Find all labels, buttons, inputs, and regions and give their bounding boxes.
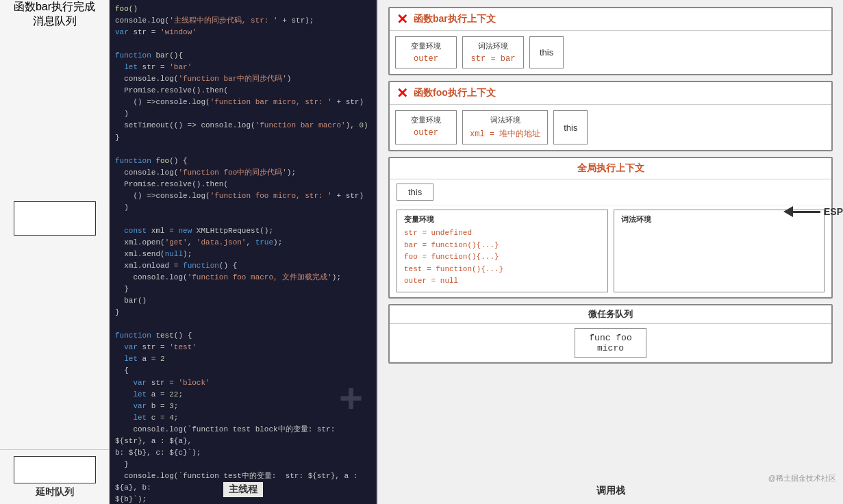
foo-context-card: ✕ 函数foo执行上下文 变量环境 outer 词法环境 xml = 堆中的地址… — [388, 81, 833, 151]
esp-container: ESP — [783, 206, 843, 217]
message-queue-panel: 函数bar执行完成 消息队列 — [0, 0, 110, 504]
bar-close-icon: ✕ — [397, 12, 408, 26]
bar-context-card: ✕ 函数bar执行上下文 变量环境 outer 词法环境 str = bar t… — [388, 7, 833, 75]
esp-arrow-body — [793, 211, 820, 213]
esp-arrow-head — [783, 206, 793, 217]
global-var-env-value: str = undefinedbar = function(){...}foo … — [404, 227, 601, 288]
microtask-header: 微任务队列 — [390, 305, 831, 324]
global-context-title: 全局执行上下文 — [390, 158, 831, 179]
foo-lex-env-value: xml = 堆中的地址 — [470, 128, 540, 140]
microtask-section: 微任务队列 func foomicro — [388, 304, 833, 364]
esp-label: ESP — [824, 206, 843, 217]
foo-var-env-value: outer — [403, 128, 449, 138]
microtask-item: func foomicro — [575, 328, 646, 358]
message-queue-box — [14, 201, 96, 236]
bar-lex-env-box: 词法环境 str = bar — [462, 36, 524, 68]
bar-var-env-value: outer — [403, 54, 449, 64]
foo-lex-env-box: 词法环境 xml = 堆中的地址 — [462, 110, 548, 144]
foo-var-env-box: 变量环境 outer — [395, 110, 457, 144]
global-env-row: 变量环境 str = undefinedbar = function(){...… — [390, 205, 831, 297]
context-cards-area: ✕ 函数bar执行上下文 变量环境 outer 词法环境 str = bar t… — [378, 0, 843, 504]
microtask-body: func foomicro — [390, 324, 831, 362]
bar-context-body: 变量环境 outer 词法环境 str = bar this — [390, 31, 831, 74]
call-stack-panel: ✕ 函数bar执行上下文 变量环境 outer 词法环境 str = bar t… — [377, 0, 843, 504]
message-queue-label: 消息队列 — [33, 14, 77, 29]
bar-var-env-label: 变量环境 — [403, 41, 449, 51]
foo-var-env-label: 变量环境 — [403, 115, 449, 125]
foo-this-box: this — [553, 110, 588, 144]
watermark: @稀土掘金技术社区 — [768, 473, 836, 483]
bar-context-title: 函数bar执行上下文 — [414, 13, 496, 25]
delay-queue-box — [14, 456, 96, 483]
foo-context-title: 函数foo执行上下文 — [414, 87, 496, 99]
main-thread-label: 主线程 — [223, 482, 263, 497]
global-this-box: this — [397, 184, 433, 201]
bar-this-box: this — [529, 36, 564, 68]
esp-arrow — [783, 206, 820, 217]
call-stack-label: 调用栈 — [596, 485, 625, 497]
top-status-label: 函数bar执行完成 — [14, 0, 95, 14]
global-this-row: this — [390, 179, 831, 205]
main-thread-panel: foo() console.log('主线程中的同步代码, str: ' + s… — [110, 0, 377, 504]
global-var-env-box: 变量环境 str = undefinedbar = function(){...… — [397, 210, 608, 292]
delay-queue-label: 延时队列 — [36, 486, 74, 499]
foo-close-icon: ✕ — [397, 86, 408, 100]
main-container: 函数bar执行完成 消息队列 foo() console.log('主线程中的同… — [0, 0, 843, 504]
bar-lex-env-label: 词法环境 — [470, 41, 516, 51]
foo-lex-env-label: 词法环境 — [470, 115, 540, 125]
global-var-env-label: 变量环境 — [404, 214, 601, 225]
bar-var-env-box: 变量环境 outer — [395, 36, 457, 68]
global-context-card: 全局执行上下文 this 变量环境 str = undefinedbar = f… — [388, 157, 833, 299]
bar-context-header: ✕ 函数bar执行上下文 — [390, 8, 831, 31]
foo-context-header: ✕ 函数foo执行上下文 — [390, 82, 831, 105]
delay-queue-panel: 延时队列 — [0, 449, 110, 504]
bar-lex-env-value: str = bar — [470, 54, 516, 64]
global-lex-env-box: 词法环境 — [614, 210, 825, 292]
foo-context-body: 变量环境 outer 词法环境 xml = 堆中的地址 this — [390, 105, 831, 150]
code-display: foo() console.log('主线程中的同步代码, str: ' + s… — [110, 0, 377, 504]
